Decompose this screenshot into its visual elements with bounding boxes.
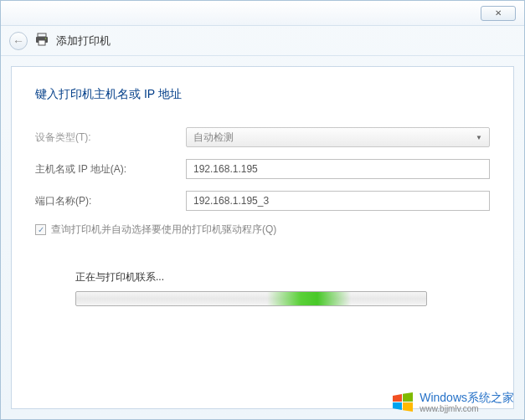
port-label: 端口名称(P): xyxy=(35,194,186,208)
windows-logo-icon xyxy=(391,391,414,414)
watermark-brand-cn: 系统之家 xyxy=(467,391,514,404)
page-title: 键入打印机主机名或 IP 地址 xyxy=(35,87,490,102)
printer-icon xyxy=(34,33,49,49)
port-row: 端口名称(P): xyxy=(35,191,490,211)
port-input[interactable] xyxy=(186,191,490,211)
chevron-down-icon: ▼ xyxy=(476,134,482,141)
auto-query-checkbox[interactable]: ✓ xyxy=(35,224,46,235)
wizard-header: ← 添加打印机 xyxy=(1,26,524,56)
watermark-url: www.bjjmlv.com xyxy=(419,404,514,413)
watermark-brand-en: Windows xyxy=(419,391,467,404)
header-title: 添加打印机 xyxy=(56,33,111,49)
hostname-input[interactable] xyxy=(186,159,490,179)
back-button[interactable]: ← xyxy=(9,32,28,50)
watermark: Windows系统之家 www.bjjmlv.com xyxy=(391,391,514,414)
close-button[interactable]: ✕ xyxy=(481,6,516,21)
progress-indicator xyxy=(267,292,351,305)
watermark-text: Windows系统之家 www.bjjmlv.com xyxy=(419,392,514,413)
status-message: 正在与打印机联系... xyxy=(75,270,490,284)
device-type-value: 自动检测 xyxy=(193,131,234,145)
hostname-row: 主机名或 IP 地址(A): xyxy=(35,159,490,179)
titlebar: ✕ xyxy=(1,1,524,26)
svg-rect-2 xyxy=(39,40,45,45)
dialog-window: ✕ ← 添加打印机 键入打印机主机名或 IP 地址 设备类型(T): 自动检测 … xyxy=(0,0,525,420)
svg-rect-0 xyxy=(38,33,46,37)
back-arrow-icon: ← xyxy=(13,34,24,48)
device-type-row: 设备类型(T): 自动检测 ▼ xyxy=(35,127,490,147)
auto-query-label: 查询打印机并自动选择要使用的打印机驱动程序(Q) xyxy=(51,223,276,237)
content-panel: 键入打印机主机名或 IP 地址 设备类型(T): 自动检测 ▼ 主机名或 IP … xyxy=(11,66,514,409)
svg-point-3 xyxy=(45,38,47,39)
device-type-label: 设备类型(T): xyxy=(35,131,186,145)
status-section: 正在与打印机联系... xyxy=(75,270,490,306)
progress-bar xyxy=(75,291,427,306)
close-icon: ✕ xyxy=(495,8,502,18)
hostname-label: 主机名或 IP 地址(A): xyxy=(35,162,186,177)
device-type-dropdown[interactable]: 自动检测 ▼ xyxy=(186,127,490,147)
auto-query-row: ✓ 查询打印机并自动选择要使用的打印机驱动程序(Q) xyxy=(35,223,490,237)
checkmark-icon: ✓ xyxy=(38,225,44,234)
